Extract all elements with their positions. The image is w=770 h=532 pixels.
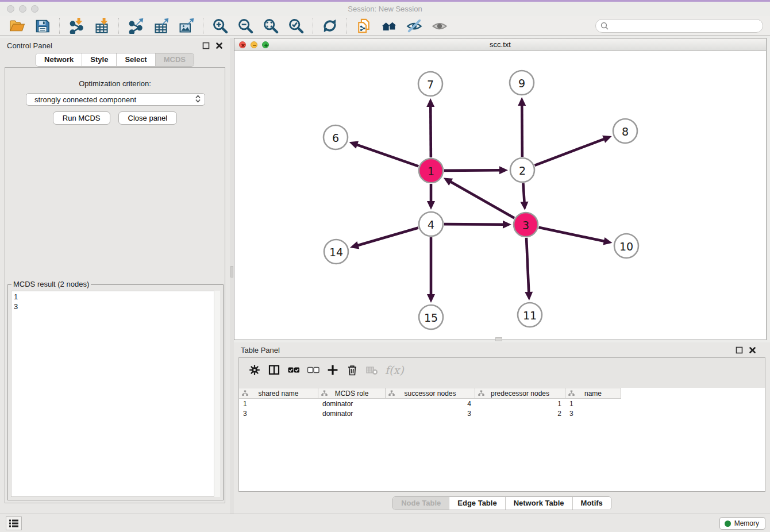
run-mcds-button[interactable]: Run MCDS bbox=[53, 111, 110, 125]
export-image-icon bbox=[178, 18, 194, 34]
add-column-button[interactable] bbox=[324, 361, 341, 379]
graph-edge-2-3[interactable] bbox=[520, 183, 528, 210]
import-table-button[interactable] bbox=[92, 17, 111, 34]
tab-network-table[interactable]: Network Table bbox=[505, 497, 572, 510]
graph-node-15[interactable]: 15 bbox=[419, 305, 443, 329]
graph-node-6[interactable]: 6 bbox=[324, 125, 348, 149]
tab-node-table[interactable]: Node Table bbox=[393, 497, 449, 510]
svg-text:10: 10 bbox=[619, 240, 633, 253]
mcds-result-title: MCDS result (2 nodes) bbox=[11, 280, 91, 288]
graph-edge-2-8[interactable] bbox=[535, 136, 612, 165]
column-header-MCDS-role[interactable]: MCDS role bbox=[318, 388, 386, 399]
split-panel-button[interactable] bbox=[265, 361, 283, 379]
search-input[interactable] bbox=[611, 22, 754, 30]
graph-edge-1-2[interactable] bbox=[444, 166, 508, 174]
deselect-all-button[interactable] bbox=[305, 361, 322, 379]
column-header-shared-name[interactable]: shared name bbox=[239, 388, 318, 399]
tab-edge-table[interactable]: Edge Table bbox=[449, 497, 505, 510]
column-header-successor-nodes[interactable]: successor nodes bbox=[386, 388, 475, 399]
graph-edge-4-3[interactable] bbox=[444, 221, 511, 229]
cell-predecessor-nodes[interactable]: 1 bbox=[475, 399, 565, 408]
show-all-button[interactable] bbox=[430, 17, 449, 34]
float-table-panel-icon[interactable] bbox=[736, 346, 743, 354]
cell-successor-nodes[interactable]: 4 bbox=[386, 399, 475, 408]
table-row[interactable]: 3dominator323 bbox=[239, 408, 765, 418]
graph-edge-1-4[interactable] bbox=[427, 184, 435, 210]
export-network-button[interactable] bbox=[126, 17, 145, 34]
vertical-splitter-handle[interactable] bbox=[230, 266, 233, 277]
refresh-button[interactable] bbox=[320, 17, 340, 34]
cell-MCDS-role[interactable]: dominator bbox=[318, 408, 386, 418]
cell-shared-name[interactable]: 1 bbox=[239, 399, 318, 408]
graph-edge-1-7[interactable] bbox=[426, 98, 434, 157]
graph-edge-2-9[interactable] bbox=[518, 97, 526, 157]
cell-successor-nodes[interactable]: 3 bbox=[386, 408, 475, 418]
cell-MCDS-role[interactable]: dominator bbox=[318, 399, 386, 408]
graph-edge-4-14[interactable] bbox=[350, 228, 418, 249]
graph-node-3[interactable]: 3 bbox=[514, 213, 538, 237]
clone-network-button[interactable] bbox=[354, 17, 374, 34]
cell-name[interactable]: 3 bbox=[565, 408, 621, 418]
horizontal-splitter-handle[interactable] bbox=[495, 337, 502, 341]
column-header-name[interactable]: name bbox=[565, 388, 621, 399]
zoom-selected-icon bbox=[288, 18, 304, 34]
tab-style[interactable]: Style bbox=[82, 53, 116, 66]
graph-edge-3-11[interactable] bbox=[525, 238, 533, 300]
graph-node-4[interactable]: 4 bbox=[419, 212, 443, 236]
graph-node-9[interactable]: 9 bbox=[510, 71, 534, 95]
task-history-button[interactable] bbox=[6, 516, 22, 530]
graph-edge-1-6[interactable] bbox=[349, 141, 419, 167]
graph-edge-3-1[interactable] bbox=[444, 178, 514, 218]
tab-mcds[interactable]: MCDS bbox=[155, 53, 194, 66]
result-scrollbar[interactable] bbox=[214, 291, 220, 497]
close-panel-button[interactable]: Close panel bbox=[118, 111, 178, 125]
first-neighbors-button[interactable] bbox=[379, 17, 399, 34]
table-body: 1dominator4113dominator323 bbox=[239, 399, 765, 418]
graph-node-1[interactable]: 1 bbox=[419, 159, 443, 183]
zoom-out-button[interactable] bbox=[236, 17, 255, 34]
table-settings-button[interactable] bbox=[246, 361, 263, 379]
graph-node-8[interactable]: 8 bbox=[613, 119, 637, 143]
node-table-box: f(x) shared nameMCDS rolesuccessor nodes… bbox=[238, 357, 765, 492]
mcds-result-text[interactable]: 1 3 bbox=[11, 291, 220, 497]
control-panel-tabs: NetworkStyleSelectMCDS bbox=[36, 53, 194, 67]
graph-node-14[interactable]: 14 bbox=[324, 240, 348, 264]
tab-network[interactable]: Network bbox=[36, 53, 82, 66]
graph-canvas[interactable]: 1234678910111415 bbox=[234, 51, 766, 340]
graph-node-2[interactable]: 2 bbox=[510, 158, 534, 182]
memory-button[interactable]: Memory bbox=[719, 517, 765, 530]
graph-edge-3-10[interactable] bbox=[539, 228, 613, 245]
tab-select[interactable]: Select bbox=[116, 53, 155, 66]
split-panel-icon bbox=[268, 364, 280, 376]
graph-node-10[interactable]: 10 bbox=[614, 234, 638, 258]
vertical-splitter[interactable] bbox=[230, 38, 234, 514]
save-session-button[interactable] bbox=[33, 17, 52, 34]
memory-status-icon bbox=[725, 521, 731, 527]
tab-motifs[interactable]: Motifs bbox=[572, 497, 611, 510]
delete-column-button[interactable] bbox=[344, 361, 361, 379]
import-network-button[interactable] bbox=[67, 17, 86, 34]
graph-node-11[interactable]: 11 bbox=[518, 303, 542, 327]
memory-label: Memory bbox=[734, 519, 759, 527]
open-file-button[interactable] bbox=[7, 17, 27, 34]
zoom-selected-button[interactable] bbox=[286, 17, 306, 34]
export-table-button[interactable] bbox=[151, 17, 171, 34]
float-panel-icon[interactable] bbox=[202, 42, 210, 49]
close-panel-icon[interactable] bbox=[215, 42, 223, 49]
table-row[interactable]: 1dominator411 bbox=[239, 399, 765, 408]
cell-shared-name[interactable]: 3 bbox=[239, 408, 318, 418]
select-all-button[interactable] bbox=[285, 361, 302, 379]
zoom-out-icon bbox=[237, 18, 253, 34]
graph-edge-4-15[interactable] bbox=[427, 237, 435, 303]
delete-column-icon bbox=[346, 364, 359, 376]
criterion-select[interactable]: strongly connected component bbox=[26, 93, 205, 106]
cell-predecessor-nodes[interactable]: 2 bbox=[475, 408, 565, 418]
hide-selected-button[interactable] bbox=[405, 17, 424, 34]
close-table-panel-icon[interactable] bbox=[749, 346, 756, 354]
graph-node-7[interactable]: 7 bbox=[418, 72, 442, 96]
cell-name[interactable]: 1 bbox=[565, 399, 621, 408]
zoom-in-button[interactable] bbox=[210, 17, 230, 34]
export-image-button[interactable] bbox=[176, 17, 196, 34]
column-header-predecessor-nodes[interactable]: predecessor nodes bbox=[475, 388, 565, 399]
zoom-fit-button[interactable] bbox=[261, 17, 280, 34]
